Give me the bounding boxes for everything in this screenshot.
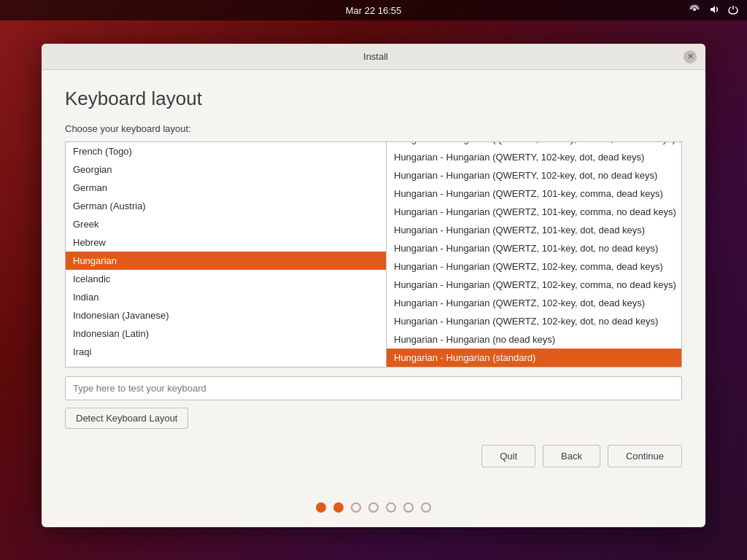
progress-dot-6	[403, 502, 414, 513]
dialog-title: Install	[68, 51, 684, 62]
variant-list-item[interactable]: Hungarian - Hungarian (QWERTZ, 101-key, …	[387, 184, 681, 203]
language-list-item[interactable]: German	[66, 179, 386, 197]
progress-dot-3	[351, 502, 361, 513]
language-list-item[interactable]: French (Togo)	[66, 142, 386, 160]
language-list-item[interactable]: Indonesian (Latin)	[66, 324, 386, 343]
variant-list-item[interactable]: Hungarian - Hungarian (QWERTY, 102-key, …	[387, 166, 681, 184]
variant-list-item[interactable]: Hungarian - Hungarian (QWERTZ, 101-key, …	[387, 239, 681, 257]
language-list-item[interactable]: Irish	[66, 361, 386, 367]
progress-dot-2	[333, 502, 344, 513]
language-list-item[interactable]: Hungarian	[66, 252, 386, 270]
instruction-label: Choose your keyboard layout:	[65, 123, 682, 134]
language-list-item[interactable]: Icelandic	[66, 270, 386, 288]
volume-icon[interactable]	[709, 4, 719, 17]
variant-list-item[interactable]: Hungarian - Hungarian (QWERTZ, 101-key, …	[387, 221, 681, 239]
network-icon[interactable]	[689, 4, 700, 18]
svg-marker-1	[711, 6, 715, 13]
progress-dot-1	[316, 502, 326, 513]
power-icon[interactable]	[728, 4, 738, 17]
detect-keyboard-button[interactable]: Detect Keyboard Layout	[65, 408, 188, 429]
language-list-item[interactable]: Indian	[66, 288, 386, 306]
datetime-label: Mar 22 16:55	[346, 5, 402, 16]
keyboard-lists: French (Togo)GeorgianGermanGerman (Austr…	[65, 141, 682, 368]
continue-button[interactable]: Continue	[608, 445, 682, 467]
bottom-buttons: Quit Back Continue	[65, 445, 682, 470]
variant-list-item[interactable]: Hungarian - Hungarian (QWERTY, 102-key, …	[387, 148, 681, 166]
language-list[interactable]: French (Togo)GeorgianGermanGerman (Austr…	[66, 142, 387, 367]
progress-dot-4	[368, 502, 379, 513]
svg-point-0	[693, 8, 696, 11]
language-list-item[interactable]: Iraqi	[66, 343, 386, 361]
test-input-container	[65, 376, 682, 400]
quit-button[interactable]: Quit	[481, 445, 535, 467]
variant-list-item[interactable]: Hungarian - Hungarian (QWERTZ, 102-key, …	[387, 294, 681, 312]
language-list-item[interactable]: German (Austria)	[66, 197, 386, 215]
progress-dot-5	[386, 502, 396, 513]
language-list-item[interactable]: Georgian	[66, 160, 386, 179]
variant-list-item[interactable]: Hungarian - Hungarian (QWERTZ, 102-key, …	[387, 257, 681, 276]
progress-dot-7	[421, 502, 431, 513]
back-button[interactable]: Back	[543, 445, 600, 467]
top-bar-icons	[689, 4, 738, 18]
top-bar: Mar 22 16:55	[0, 0, 747, 20]
progress-dots	[42, 502, 705, 527]
variant-list-item[interactable]: Hungarian - Hungarian (no dead keys)	[387, 330, 681, 349]
language-list-item[interactable]: Indonesian (Javanese)	[66, 306, 386, 324]
variant-list-item[interactable]: Hungarian - Hungarian (standard)	[387, 349, 681, 367]
dialog-close-button[interactable]: ✕	[684, 50, 697, 63]
language-list-item[interactable]: Greek	[66, 215, 386, 233]
install-dialog: Install ✕ Keyboard layout Choose your ke…	[42, 44, 705, 527]
variant-list-item[interactable]: Hungarian - Hungarian (QWERTZ, 101-key, …	[387, 203, 681, 221]
variant-list-item[interactable]: Hungarian - Hungarian (QWERTZ, 102-key, …	[387, 276, 681, 294]
language-list-item[interactable]: Hebrew	[66, 233, 386, 252]
top-bar-datetime: Mar 22 16:55	[346, 5, 402, 16]
page-title: Keyboard layout	[65, 88, 682, 110]
keyboard-test-input[interactable]	[66, 377, 681, 400]
variant-list-item[interactable]: Hungarian - Hungarian (QWERTY, 102-key, …	[387, 142, 681, 148]
dialog-titlebar: Install ✕	[42, 44, 705, 70]
dialog-content: Keyboard layout Choose your keyboard lay…	[42, 70, 705, 485]
variant-list[interactable]: Hungarian - Hungarian (QWERTY, 102-key, …	[387, 142, 681, 367]
variant-list-item[interactable]: Hungarian - Hungarian (QWERTZ, 102-key, …	[387, 312, 681, 330]
